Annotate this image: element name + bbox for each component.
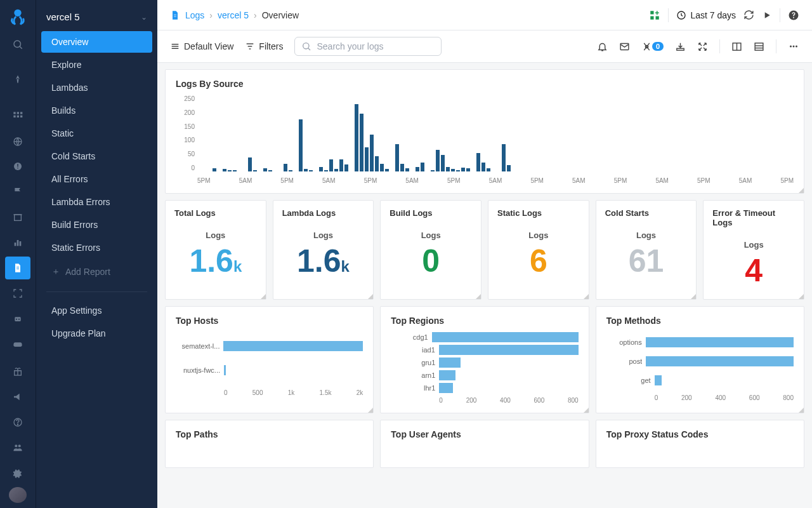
svg-rect-32 bbox=[651, 11, 654, 14]
panel-row: Top Paths Top User Agents Top Proxy Stat… bbox=[165, 420, 804, 468]
list-icon[interactable] bbox=[754, 41, 764, 52]
alert-icon[interactable] bbox=[5, 156, 30, 178]
divider bbox=[46, 291, 147, 292]
download-icon[interactable] bbox=[675, 41, 686, 52]
sidebar-item-all-errors[interactable]: All Errors bbox=[41, 168, 152, 190]
time-series-chart: 250200150100500 5PM5AM5PM5AM5PM5AM5PM5AM… bbox=[176, 95, 794, 184]
svg-rect-5 bbox=[20, 112, 22, 114]
sidebar-upgrade-plan[interactable]: Upgrade Plan bbox=[41, 323, 152, 344]
panel-title: Top User Agents bbox=[391, 429, 578, 439]
search-box[interactable] bbox=[294, 37, 441, 56]
sidebar-item-builds[interactable]: Builds bbox=[41, 100, 152, 121]
sidebar-project-selector[interactable]: vercel 5 ⌄ bbox=[36, 5, 157, 31]
add-widget-icon[interactable] bbox=[649, 10, 660, 21]
globe-icon[interactable] bbox=[5, 130, 30, 153]
sidebar-item-static[interactable]: Static bbox=[41, 123, 152, 144]
resize-handle[interactable] bbox=[584, 294, 589, 299]
stat-card: Error & Timeout Logs Logs 4 bbox=[703, 200, 804, 300]
resize-handle[interactable] bbox=[799, 188, 804, 193]
game-icon[interactable] bbox=[5, 333, 30, 356]
resize-handle[interactable] bbox=[261, 294, 266, 299]
gear-icon[interactable] bbox=[5, 462, 30, 485]
panel-title: Top Paths bbox=[176, 429, 363, 439]
bot-icon[interactable] bbox=[5, 307, 30, 330]
resize-handle[interactable] bbox=[476, 294, 481, 299]
sidebar-item-explore[interactable]: Explore bbox=[41, 54, 152, 76]
svg-rect-11 bbox=[17, 164, 18, 167]
app-logo[interactable] bbox=[5, 5, 30, 28]
stat-value: 6 bbox=[497, 245, 580, 277]
panel-title: Top Methods bbox=[606, 316, 794, 326]
mail-icon[interactable] bbox=[619, 41, 630, 52]
panel-top-paths: Top Paths bbox=[165, 420, 374, 468]
expand-icon[interactable] bbox=[697, 41, 708, 52]
panel-top-methods: Top Methods optionspostget 0200400600800 bbox=[596, 306, 804, 413]
search-input[interactable] bbox=[317, 41, 434, 51]
apps-icon[interactable] bbox=[5, 105, 30, 128]
help-icon[interactable] bbox=[5, 411, 30, 434]
sidebar-item-lambdas[interactable]: Lambdas bbox=[41, 77, 152, 98]
divider bbox=[780, 8, 780, 22]
bell-icon[interactable] bbox=[597, 41, 608, 52]
search-icon[interactable] bbox=[5, 33, 30, 56]
play-icon[interactable] bbox=[762, 10, 772, 20]
svg-point-1 bbox=[14, 41, 21, 48]
sidebar-item-static-errors[interactable]: Static Errors bbox=[41, 237, 152, 258]
columns-icon[interactable] bbox=[731, 41, 742, 52]
rocket-icon[interactable] bbox=[5, 69, 30, 91]
add-report-button[interactable]: ＋ Add Report bbox=[41, 260, 152, 284]
panel-title: Top Regions bbox=[391, 316, 578, 326]
flag-icon[interactable] bbox=[5, 180, 30, 203]
resize-handle[interactable] bbox=[691, 294, 696, 299]
archive-icon[interactable] bbox=[5, 206, 30, 229]
time-range-selector[interactable]: Last 7 days bbox=[676, 10, 736, 20]
bar bbox=[439, 358, 460, 368]
sidebar-item-cold-starts[interactable]: Cold Starts bbox=[41, 145, 152, 167]
breadcrumb-current: Overview bbox=[262, 10, 299, 20]
svg-rect-12 bbox=[17, 168, 18, 168]
avatar[interactable] bbox=[9, 487, 27, 503]
project-name: vercel 5 bbox=[46, 11, 80, 22]
svg-point-37 bbox=[793, 17, 794, 18]
search-icon bbox=[301, 41, 311, 51]
svg-point-55 bbox=[793, 46, 795, 48]
chart-icon[interactable] bbox=[5, 231, 30, 254]
fullscreen-icon[interactable] bbox=[5, 282, 30, 305]
team-icon[interactable] bbox=[5, 436, 30, 459]
svg-point-44 bbox=[303, 43, 309, 49]
bar-label: post bbox=[606, 358, 643, 365]
resize-handle[interactable] bbox=[368, 294, 373, 299]
sidebar-app-settings[interactable]: App Settings bbox=[41, 300, 152, 321]
panel-top-hosts: Top Hosts sematext-l...nuxtjs-fwc... 050… bbox=[165, 306, 374, 413]
more-icon[interactable] bbox=[788, 41, 799, 52]
document-icon[interactable] bbox=[5, 257, 30, 279]
gift-icon[interactable] bbox=[5, 361, 30, 384]
svg-rect-4 bbox=[17, 112, 19, 114]
resize-handle[interactable] bbox=[584, 408, 589, 413]
refresh-icon[interactable] bbox=[743, 10, 754, 20]
megaphone-icon[interactable] bbox=[5, 385, 30, 408]
svg-line-2 bbox=[20, 46, 22, 49]
anomaly-icon[interactable]: 0 bbox=[641, 41, 664, 52]
anomaly-badge: 0 bbox=[652, 42, 664, 51]
help-icon[interactable] bbox=[788, 10, 799, 21]
svg-rect-6 bbox=[13, 115, 15, 117]
svg-rect-16 bbox=[17, 240, 19, 246]
filter-icon bbox=[245, 41, 255, 51]
sidebar-item-overview[interactable]: Overview bbox=[41, 31, 152, 53]
breadcrumb: Logs › vercel 5 › Overview bbox=[170, 10, 299, 20]
svg-line-45 bbox=[308, 48, 310, 50]
svg-rect-3 bbox=[13, 112, 15, 114]
filters-button[interactable]: Filters bbox=[245, 41, 283, 51]
breadcrumb-project[interactable]: vercel 5 bbox=[218, 10, 249, 20]
resize-handle[interactable] bbox=[368, 408, 373, 413]
resize-handle[interactable] bbox=[799, 294, 804, 299]
breadcrumb-logs[interactable]: Logs bbox=[185, 10, 204, 20]
chevron-right-icon: › bbox=[254, 10, 257, 20]
sidebar-item-build-errors[interactable]: Build Errors bbox=[41, 214, 152, 236]
svg-rect-34 bbox=[656, 16, 659, 19]
default-view-button[interactable]: Default View bbox=[170, 41, 233, 51]
sidebar-item-lambda-errors[interactable]: Lambda Errors bbox=[41, 191, 152, 213]
sidebar: vercel 5 ⌄ OverviewExploreLambdasBuildsS… bbox=[36, 0, 157, 508]
resize-handle[interactable] bbox=[799, 408, 804, 413]
